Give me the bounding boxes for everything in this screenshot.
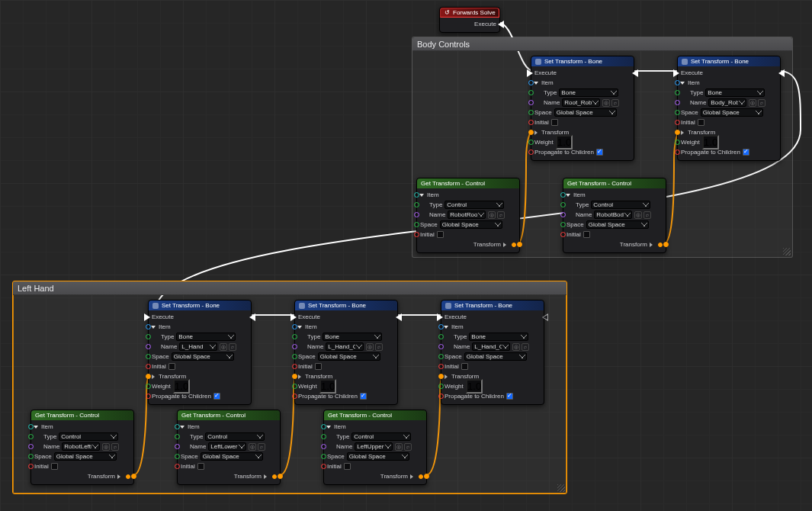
pin[interactable] <box>675 130 680 135</box>
expand-icon[interactable] <box>410 474 413 479</box>
expand-icon[interactable] <box>117 474 120 479</box>
pin[interactable] <box>175 444 180 449</box>
pin[interactable] <box>321 464 326 469</box>
expand-icon[interactable] <box>445 374 448 379</box>
initial-checkbox[interactable] <box>344 463 351 470</box>
pin[interactable] <box>131 474 136 479</box>
space-dropdown[interactable]: Global Space <box>586 220 649 229</box>
expand-icon[interactable] <box>152 374 155 379</box>
name-dropdown[interactable]: L_Hand <box>179 342 217 351</box>
pin[interactable] <box>560 222 566 227</box>
node-set-transform-bone[interactable]: Set Transform - Bone Execute Item TypeBo… <box>531 56 634 161</box>
search-icon[interactable]: ⌕ <box>375 343 383 351</box>
pin[interactable] <box>28 454 34 459</box>
pin[interactable] <box>560 232 566 237</box>
type-dropdown[interactable]: Bone <box>323 333 382 341</box>
resize-handle-icon[interactable] <box>557 484 565 492</box>
propagate-checkbox[interactable] <box>596 149 603 156</box>
transform-out-pin[interactable] <box>419 474 423 479</box>
pin[interactable] <box>528 100 534 105</box>
exec-in-pin[interactable] <box>673 69 679 77</box>
pin[interactable] <box>175 454 180 459</box>
pin[interactable] <box>438 394 444 399</box>
search-icon[interactable]: ⌕ <box>229 343 236 351</box>
node-get-transform-control[interactable]: Get Transform - Control Item TypeControl… <box>323 410 427 485</box>
pin[interactable] <box>663 242 669 247</box>
pin[interactable] <box>292 384 297 389</box>
pin[interactable] <box>321 434 326 439</box>
pin[interactable] <box>438 354 444 359</box>
space-dropdown[interactable]: Global Space <box>201 452 263 461</box>
exec-in-pin[interactable] <box>527 69 533 77</box>
search-icon[interactable]: ⌕ <box>497 211 505 219</box>
name-dropdown[interactable]: LeftUpperClaw <box>355 442 393 451</box>
expand-icon[interactable] <box>419 194 424 197</box>
node-set-transform-bone[interactable]: Set Transform - Bone Execute Item TypeBo… <box>441 300 544 405</box>
type-dropdown[interactable]: Control <box>205 432 265 441</box>
pin[interactable] <box>438 374 444 379</box>
pin[interactable] <box>292 354 297 359</box>
search-icon[interactable]: ⌕ <box>522 343 529 351</box>
pin[interactable] <box>321 454 326 459</box>
expand-icon[interactable] <box>264 474 267 479</box>
search-icon[interactable]: ⌕ <box>611 99 619 107</box>
exec-out-pin[interactable] <box>249 313 255 321</box>
name-dropdown[interactable]: Root_Robot <box>562 98 600 107</box>
pin[interactable] <box>292 374 297 379</box>
pin[interactable] <box>146 374 151 379</box>
pin[interactable] <box>175 434 180 439</box>
pin[interactable] <box>146 344 151 349</box>
expand-icon[interactable] <box>326 426 331 429</box>
pin[interactable] <box>146 354 151 359</box>
initial-checkbox[interactable] <box>437 231 444 238</box>
pin[interactable] <box>146 384 151 389</box>
target-icon[interactable]: ◎ <box>395 443 403 451</box>
node-set-transform-bone[interactable]: Set Transform - Bone Execute Item TypeBo… <box>677 56 781 161</box>
target-icon[interactable]: ◎ <box>512 343 520 351</box>
expand-icon[interactable] <box>503 243 506 247</box>
propagate-checkbox[interactable] <box>360 393 367 400</box>
space-dropdown[interactable]: Global Space <box>172 352 234 361</box>
pin[interactable] <box>292 364 297 369</box>
expand-icon[interactable] <box>298 374 301 379</box>
pin[interactable] <box>28 444 34 449</box>
initial-checkbox[interactable] <box>583 231 590 238</box>
pin[interactable] <box>675 90 680 95</box>
target-icon[interactable]: ◎ <box>220 343 227 351</box>
initial-checkbox[interactable] <box>197 463 204 470</box>
pin[interactable] <box>675 80 680 85</box>
exec-out-pin[interactable] <box>542 313 548 321</box>
node-forwards-solve[interactable]: ↺ Forwards Solve Execute <box>439 7 500 33</box>
target-icon[interactable]: ◎ <box>366 343 374 351</box>
initial-checkbox[interactable] <box>461 363 468 370</box>
space-dropdown[interactable]: Global Space <box>440 220 502 229</box>
pin[interactable] <box>438 364 444 369</box>
pin[interactable] <box>560 202 566 207</box>
pin[interactable] <box>28 424 34 429</box>
exec-out-pin[interactable] <box>778 69 785 77</box>
pin[interactable] <box>675 140 680 145</box>
transform-out-pin[interactable] <box>658 243 663 247</box>
pin[interactable] <box>560 212 566 217</box>
pin[interactable] <box>675 100 680 105</box>
exec-out-pin[interactable] <box>498 21 504 28</box>
pin[interactable] <box>528 120 534 125</box>
pin[interactable] <box>292 344 297 349</box>
initial-checkbox[interactable] <box>51 463 58 470</box>
pin[interactable] <box>675 120 680 125</box>
expand-icon[interactable] <box>444 326 448 329</box>
pin[interactable] <box>175 424 180 429</box>
space-dropdown[interactable]: Global Space <box>701 108 763 117</box>
pin[interactable] <box>517 242 522 247</box>
expand-icon[interactable] <box>681 130 684 135</box>
propagate-checkbox[interactable] <box>213 393 220 400</box>
pin[interactable] <box>424 474 429 479</box>
pin[interactable] <box>528 90 534 95</box>
pin[interactable] <box>438 334 444 339</box>
initial-checkbox[interactable] <box>315 363 322 370</box>
pin[interactable] <box>321 424 326 429</box>
search-icon[interactable]: ⌕ <box>758 99 765 107</box>
exec-in-pin[interactable] <box>437 313 443 321</box>
pin[interactable] <box>28 434 34 439</box>
pin[interactable] <box>528 140 534 145</box>
